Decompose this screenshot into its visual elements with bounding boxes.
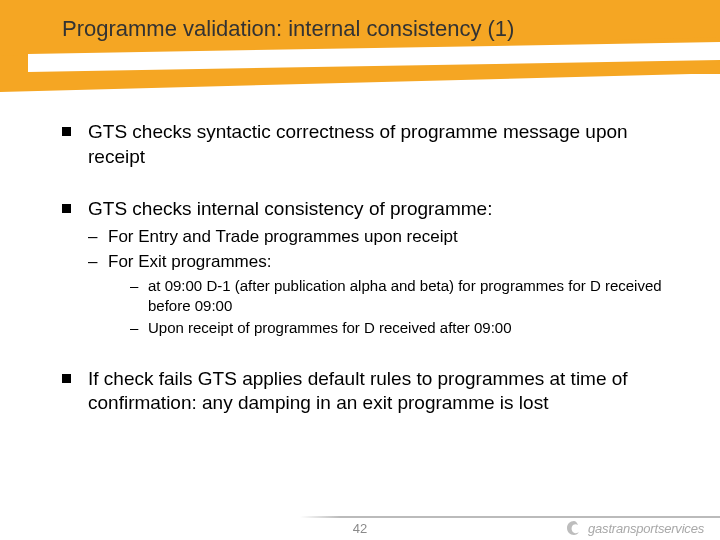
bullet-2: GTS checks internal consistency of progr… bbox=[62, 197, 680, 338]
footer: 42 gastransportservices bbox=[0, 510, 720, 540]
bullet-2-2-1-text: at 09:00 D-1 (after publication alpha an… bbox=[148, 277, 662, 314]
slide-title: Programme validation: internal consisten… bbox=[62, 16, 514, 42]
bullet-2-text: GTS checks internal consistency of progr… bbox=[88, 198, 492, 219]
bullet-2-2: For Exit programmes: at 09:00 D-1 (after… bbox=[88, 251, 680, 339]
brand-swirl-icon bbox=[566, 520, 582, 536]
bullet-3: If check fails GTS applies default rules… bbox=[62, 367, 680, 416]
slide-content: GTS checks syntactic correctness of prog… bbox=[62, 120, 680, 444]
bullet-2-1-text: For Entry and Trade programmes upon rece… bbox=[108, 227, 458, 246]
bullet-2-2-2: Upon receipt of programmes for D receive… bbox=[130, 318, 680, 338]
brand-text: gastransportservices bbox=[588, 521, 704, 536]
bullet-2-2-text: For Exit programmes: bbox=[108, 252, 271, 271]
bullet-3-text: If check fails GTS applies default rules… bbox=[88, 368, 628, 414]
bullet-1: GTS checks syntactic correctness of prog… bbox=[62, 120, 680, 169]
bullet-2-2-2-text: Upon receipt of programmes for D receive… bbox=[148, 319, 512, 336]
page-number: 42 bbox=[353, 521, 367, 536]
bullet-2-2-1: at 09:00 D-1 (after publication alpha an… bbox=[130, 276, 680, 317]
bullet-2-1: For Entry and Trade programmes upon rece… bbox=[88, 226, 680, 249]
bullet-1-text: GTS checks syntactic correctness of prog… bbox=[88, 121, 628, 167]
brand: gastransportservices bbox=[566, 520, 704, 536]
footer-divider bbox=[300, 516, 720, 518]
